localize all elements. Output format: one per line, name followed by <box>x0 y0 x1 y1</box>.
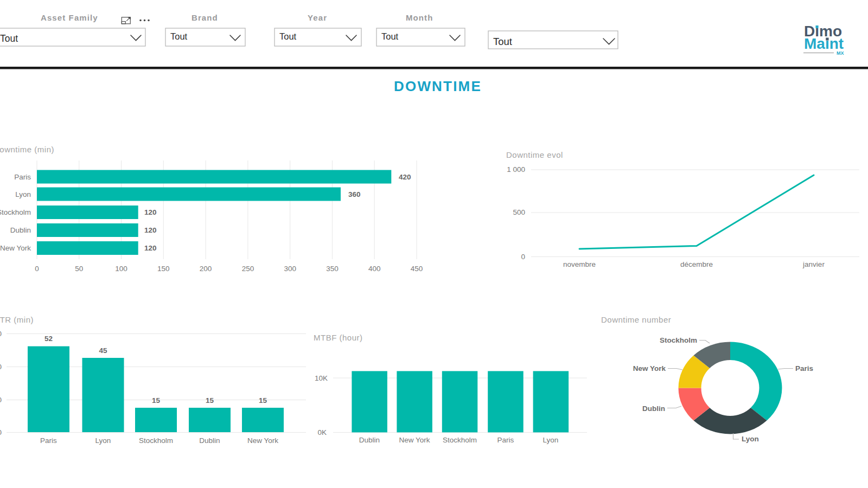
svg-text:Downtime evol: Downtime evol <box>506 150 563 159</box>
svg-text:MTBF (hour): MTBF (hour) <box>314 333 363 342</box>
svg-text:Lyon: Lyon <box>742 435 759 443</box>
svg-text:Stockholm: Stockholm <box>0 208 31 216</box>
svg-text:TTR (min): TTR (min) <box>0 315 34 324</box>
svg-text:150: 150 <box>157 265 170 273</box>
svg-text:300: 300 <box>284 265 296 273</box>
svg-text:Downtime (min): Downtime (min) <box>0 145 54 154</box>
svg-text:60: 60 <box>0 330 2 338</box>
svg-text:0: 0 <box>35 265 39 273</box>
svg-text:Downtime number: Downtime number <box>601 315 671 324</box>
svg-text:15: 15 <box>206 396 214 404</box>
svg-text:10K: 10K <box>315 374 328 382</box>
svg-text:15: 15 <box>259 396 267 404</box>
svg-text:50: 50 <box>75 265 83 273</box>
svg-text:New York: New York <box>633 364 666 373</box>
svg-text:200: 200 <box>200 265 212 273</box>
svg-text:Lyon: Lyon <box>543 436 559 444</box>
svg-text:0K: 0K <box>317 428 327 436</box>
svg-text:500: 500 <box>513 208 525 216</box>
svg-text:Tout: Tout <box>493 36 512 47</box>
svg-text:Tout: Tout <box>381 31 399 41</box>
svg-text:Dublin: Dublin <box>359 436 380 444</box>
svg-text:Year: Year <box>308 13 327 22</box>
svg-text:250: 250 <box>242 265 254 273</box>
svg-text:45: 45 <box>99 346 107 355</box>
svg-text:100: 100 <box>115 265 127 273</box>
svg-text:Stockholm: Stockholm <box>660 336 697 344</box>
svg-text:120: 120 <box>144 244 157 252</box>
svg-text:1 000: 1 000 <box>507 165 525 174</box>
svg-text:Tout: Tout <box>279 31 297 41</box>
svg-text:Stockholm: Stockholm <box>139 436 173 445</box>
svg-text:360: 360 <box>348 190 361 198</box>
svg-text:Brand: Brand <box>192 13 218 22</box>
svg-text:20: 20 <box>0 396 2 404</box>
svg-text:novembre: novembre <box>563 260 596 268</box>
svg-text:janvier: janvier <box>802 260 825 268</box>
svg-text:350: 350 <box>326 265 339 273</box>
svg-text:Dublin: Dublin <box>10 226 31 234</box>
svg-text:120: 120 <box>144 208 157 216</box>
svg-text:120: 120 <box>144 226 157 234</box>
svg-text:Tout: Tout <box>170 31 188 41</box>
svg-text:Lyon: Lyon <box>95 436 111 445</box>
svg-text:New York: New York <box>399 436 430 444</box>
svg-text:0: 0 <box>521 253 525 261</box>
svg-text:Tout: Tout <box>0 33 18 44</box>
svg-text:New York: New York <box>247 436 278 445</box>
svg-text:Paris: Paris <box>14 173 31 181</box>
svg-text:Asset Family: Asset Family <box>41 13 98 22</box>
svg-text:décembre: décembre <box>680 260 713 268</box>
svg-text:52: 52 <box>44 335 53 343</box>
svg-text:New York: New York <box>0 244 31 252</box>
svg-text:420: 420 <box>399 173 411 181</box>
svg-text:Month: Month <box>406 13 433 22</box>
svg-text:Dublin: Dublin <box>199 436 220 445</box>
svg-text:Maint: Maint <box>804 35 844 52</box>
svg-text:15: 15 <box>152 396 161 404</box>
svg-text:400: 400 <box>368 265 381 273</box>
svg-text:Stockholm: Stockholm <box>443 436 477 444</box>
svg-text:MX: MX <box>837 50 844 56</box>
svg-text:450: 450 <box>411 265 423 273</box>
svg-text:Dublin: Dublin <box>642 404 665 413</box>
svg-text:DOWNTIME: DOWNTIME <box>394 78 482 94</box>
svg-text:0: 0 <box>0 428 2 436</box>
svg-text:Paris: Paris <box>40 436 57 445</box>
svg-text:Paris: Paris <box>795 364 813 373</box>
svg-text:Paris: Paris <box>497 436 514 444</box>
svg-text:Lyon: Lyon <box>15 190 31 198</box>
svg-text:40: 40 <box>0 363 2 371</box>
